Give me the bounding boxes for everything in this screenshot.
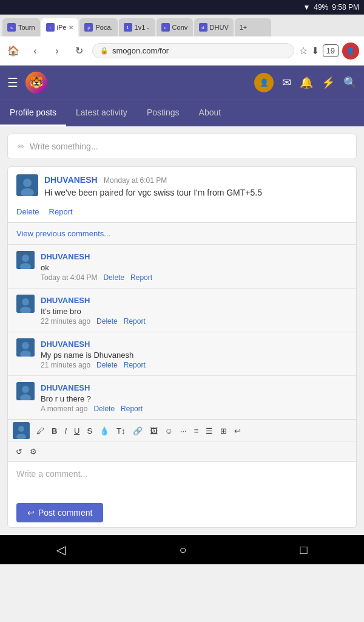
- svg-point-7: [22, 298, 29, 306]
- comment-3-author[interactable]: DHUVANESH: [41, 340, 90, 349]
- toolbar-underline-btn[interactable]: U: [71, 424, 83, 438]
- user-avatar[interactable]: 👤: [254, 73, 274, 92]
- tab-4[interactable]: 1 1v1 -: [119, 18, 155, 36]
- post-report-link[interactable]: Report: [49, 207, 73, 216]
- toolbar-emoji-btn[interactable]: ☺: [162, 424, 176, 438]
- site-logo-emoji: 🐯: [30, 76, 43, 89]
- comment-2-report[interactable]: Report: [124, 317, 146, 326]
- tabs-count-button[interactable]: 19: [323, 44, 339, 57]
- toolbar-italic-btn[interactable]: I: [61, 424, 70, 438]
- post-comment-button[interactable]: ↩ Post comment: [16, 503, 103, 522]
- comment-3-report[interactable]: Report: [124, 361, 146, 369]
- view-previous-comments[interactable]: View previous comments...: [8, 222, 356, 244]
- tab-label-5: Conv: [172, 24, 188, 31]
- comment-3-delete[interactable]: Delete: [96, 361, 118, 369]
- tab-latest-activity[interactable]: Latest activity: [66, 100, 137, 126]
- home-nav-button[interactable]: 🏠: [5, 43, 22, 60]
- comment-2-author[interactable]: DHUVANESH: [41, 296, 90, 305]
- toolbar-bold-btn[interactable]: B: [49, 424, 60, 438]
- write-something-input[interactable]: ✏ Write something...: [7, 134, 357, 159]
- post-card: DHUVANESH Monday at 6:01 PM Hi we've bee…: [7, 166, 357, 528]
- post-delete-link[interactable]: Delete: [16, 207, 39, 216]
- editor-toolbar-row2: ↺ ⚙: [8, 442, 356, 462]
- comment-1-report[interactable]: Report: [130, 273, 152, 282]
- forward-button[interactable]: ›: [49, 43, 66, 60]
- toolbar-strike-btn[interactable]: S: [84, 424, 95, 438]
- tab-6[interactable]: d DHUV: [194, 18, 234, 36]
- tab-1[interactable]: s Tourn: [2, 18, 40, 36]
- toolbar-undo-btn[interactable]: ↩: [231, 424, 244, 438]
- comment-textarea[interactable]: Write a comment...: [8, 462, 356, 498]
- post-author-avatar[interactable]: [16, 174, 38, 196]
- post-body-text: Hi we've been paired for vgc swiss tour …: [44, 188, 348, 197]
- tab-about[interactable]: About: [189, 100, 231, 126]
- toolbar-link-btn[interactable]: 🔗: [130, 424, 146, 438]
- reload-button[interactable]: ↻: [70, 43, 87, 60]
- pencil-icon: ✏: [18, 142, 25, 151]
- star-button[interactable]: ☆: [299, 45, 308, 56]
- editor-toolbar-row1: 🖊 B I U S 💧 T↕ 🔗 🖼 ☺ ··· ≡ ☰ ⊞ ↩: [8, 420, 356, 442]
- tab-7[interactable]: 1+: [235, 18, 271, 36]
- comment-3-avatar[interactable]: [16, 338, 35, 357]
- flash-icon[interactable]: ⚡: [322, 76, 335, 89]
- toolbar-image-btn[interactable]: 🖼: [147, 424, 161, 438]
- tab-favicon-3: p: [84, 23, 93, 32]
- hamburger-icon[interactable]: ☰: [7, 75, 18, 90]
- comment-4-avatar[interactable]: [16, 382, 35, 400]
- tab-2[interactable]: i iPe ✕: [41, 18, 79, 36]
- tab-label-7: 1+: [240, 24, 248, 31]
- site-logo[interactable]: 🐯: [25, 72, 47, 94]
- comment-4-report[interactable]: Report: [121, 405, 143, 413]
- post-author-name[interactable]: DHUVANESH: [44, 175, 98, 185]
- profile-badge[interactable]: 👤: [342, 43, 359, 60]
- toolbar-more-btn[interactable]: ···: [177, 424, 190, 438]
- mail-icon[interactable]: ✉: [282, 76, 291, 89]
- toolbar-redo-btn[interactable]: ↺: [13, 445, 25, 459]
- tab-label-4: 1v1 -: [135, 24, 149, 31]
- download-button[interactable]: ⬇: [311, 45, 319, 56]
- notifications-icon[interactable]: 🔔: [300, 76, 313, 89]
- tab-3[interactable]: p Poca.: [79, 18, 117, 36]
- toolbar-highlight-btn[interactable]: 💧: [96, 424, 112, 438]
- url-text: smogon.com/for: [112, 46, 169, 55]
- site-header: ☰ 🐯 👤 ✉ 🔔 ⚡ 🔍: [0, 66, 364, 100]
- comment-4-author[interactable]: DHUVANESH: [41, 383, 90, 392]
- tab-5[interactable]: c Conv: [157, 18, 193, 36]
- svg-point-13: [22, 386, 29, 393]
- comment-2-delete[interactable]: Delete: [96, 317, 118, 326]
- toolbar-settings-btn[interactable]: ⚙: [27, 445, 40, 459]
- back-nav-button[interactable]: ◁: [44, 538, 78, 562]
- comment-1-avatar[interactable]: [16, 251, 35, 269]
- bottom-navigation: ◁ ○ □: [0, 535, 364, 564]
- search-icon[interactable]: 🔍: [343, 76, 357, 89]
- battery-text: 49%: [314, 3, 328, 12]
- toolbar-list-btn[interactable]: ☰: [203, 424, 216, 438]
- tab-favicon-4: 1: [124, 23, 132, 32]
- comment-placeholder: Write a comment...: [16, 469, 87, 479]
- tab-close-2[interactable]: ✕: [69, 24, 73, 31]
- post-header: DHUVANESH Monday at 6:01 PM Hi we've bee…: [8, 167, 356, 205]
- tab-profile-posts[interactable]: Profile posts: [0, 100, 66, 126]
- editor-user-avatar: [13, 422, 30, 439]
- comment-1-author[interactable]: DHUVANESH: [41, 252, 90, 261]
- toolbar-eraser-btn[interactable]: 🖊: [33, 424, 47, 438]
- recent-apps-button[interactable]: □: [288, 538, 319, 562]
- comment-2-avatar[interactable]: [16, 295, 35, 313]
- comment-4-text: Bro r u there ?: [41, 394, 348, 403]
- post-meta: DHUVANESH Monday at 6:01 PM Hi we've bee…: [44, 174, 348, 197]
- back-button[interactable]: ‹: [27, 43, 44, 60]
- comment-1-time: Today at 4:04 PM: [41, 273, 97, 282]
- comment-4-delete[interactable]: Delete: [93, 405, 115, 413]
- tab-bar: s Tourn i iPe ✕ p Poca. 1 1v1 - c Conv d…: [0, 15, 364, 36]
- tab-postings[interactable]: Postings: [137, 100, 189, 126]
- url-bar[interactable]: 🔒 smogon.com/for: [92, 43, 294, 58]
- lock-icon: 🔒: [100, 47, 109, 55]
- comment-1-delete[interactable]: Delete: [103, 273, 124, 282]
- toolbar-align-btn[interactable]: ≡: [191, 424, 202, 438]
- site-header-right: 👤 ✉ 🔔 ⚡ 🔍: [254, 73, 357, 92]
- home-nav-btn[interactable]: ○: [167, 538, 198, 562]
- toolbar-textsize-btn[interactable]: T↕: [113, 424, 128, 438]
- toolbar-table-btn[interactable]: ⊞: [217, 424, 230, 438]
- write-placeholder: Write something...: [30, 142, 98, 151]
- content-area: ✏ Write something... DHUVANESH Monday at…: [0, 126, 364, 535]
